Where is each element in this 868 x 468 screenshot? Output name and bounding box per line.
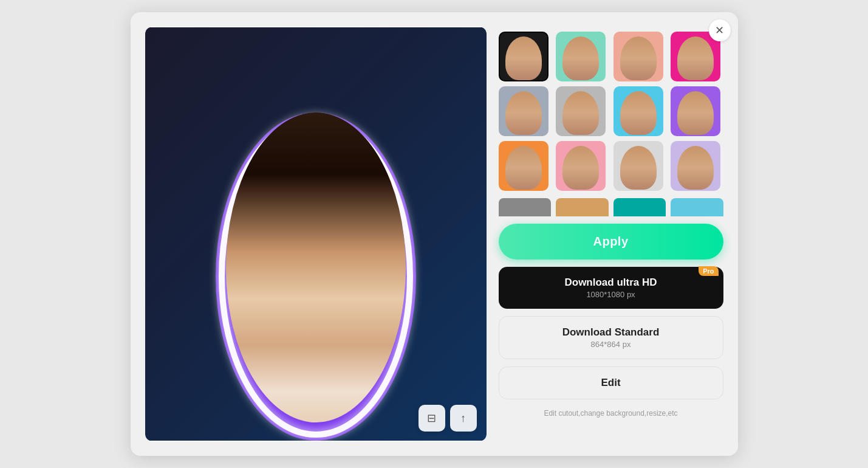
edit-hint: Edit cutout,change background,resize,etc <box>499 409 723 418</box>
partial-thumb-0[interactable] <box>499 198 552 216</box>
svg-point-2 <box>226 112 406 422</box>
apply-label: Apply <box>593 235 628 248</box>
partial-thumb-2[interactable] <box>613 198 666 216</box>
image-toolbar: ⊟ ↑ <box>419 405 477 432</box>
thumbnail-9[interactable] <box>556 141 606 191</box>
download-standard-title: Download Standard <box>509 326 713 339</box>
thumbnail-10[interactable] <box>613 141 663 191</box>
upload-icon: ↑ <box>460 412 466 425</box>
thumbnail-7[interactable] <box>671 86 720 136</box>
thumbnail-grid <box>499 32 723 191</box>
download-hd-sub: 1080*1080 px <box>508 290 714 299</box>
thumbnail-8[interactable] <box>499 141 548 191</box>
download-standard-button[interactable]: Download Standard 864*864 px <box>499 316 723 359</box>
thumbnail-11[interactable] <box>671 141 720 191</box>
partial-thumb-1[interactable] <box>556 198 609 216</box>
compare-icon: ⊟ <box>427 411 436 425</box>
main-preview-panel: ⊟ ↑ <box>145 27 487 441</box>
thumbnail-6[interactable] <box>613 86 663 136</box>
download-hd-title: Download ultra HD <box>508 277 714 289</box>
pro-badge: Pro <box>699 266 718 276</box>
thumbnail-1[interactable] <box>556 32 606 81</box>
thumbnail-5[interactable] <box>556 86 606 136</box>
sidebar: Apply Pro Download ultra HD 1080*1080 px… <box>499 27 723 441</box>
download-standard-sub: 864*864 px <box>509 340 713 349</box>
close-icon: ✕ <box>715 24 724 37</box>
edit-button[interactable]: Edit <box>499 366 723 399</box>
thumbnail-4[interactable] <box>499 86 548 136</box>
download-hd-button[interactable]: Pro Download ultra HD 1080*1080 px <box>499 267 723 309</box>
edit-title: Edit <box>509 377 713 389</box>
preview-image-area <box>145 27 487 441</box>
main-modal: ✕ <box>131 12 738 456</box>
apply-button[interactable]: Apply <box>499 224 723 260</box>
partial-thumbnail-row <box>499 198 723 216</box>
upload-button[interactable]: ↑ <box>450 405 477 432</box>
thumbnail-2[interactable] <box>613 32 663 81</box>
partial-thumb-3[interactable] <box>671 198 723 216</box>
portrait-canvas <box>145 27 487 441</box>
close-button[interactable]: ✕ <box>709 19 731 41</box>
thumbnail-0[interactable] <box>499 32 548 81</box>
compare-button[interactable]: ⊟ <box>419 405 445 432</box>
